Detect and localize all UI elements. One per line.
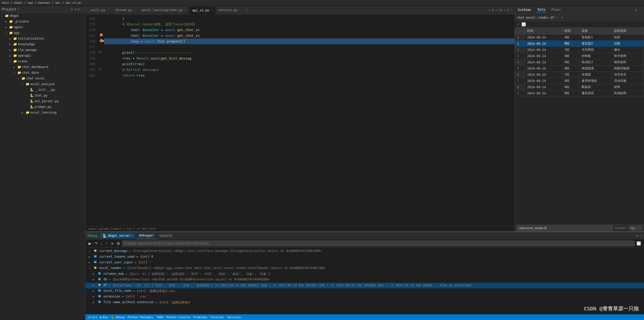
df-table-row[interactable]: 42024-09-24D组电动机3轴承损坏 [515,59,644,65]
sidebar-item-prompt-py[interactable]: ▶ 🐍 prompt.py [0,104,85,110]
debug-session[interactable]: 🐍 dbgpt_server × [100,233,135,238]
debug-settings-icon[interactable]: ⚙ [637,234,639,237]
df-table-row[interactable]: 32024-09-24A组控制板软件故障 [515,53,644,59]
df-add-icon[interactable]: + [561,16,563,20]
debug-var-df[interactable]: ▶ ■ df = {DataFrame: (10, 4)} ['时间', '机组… [85,283,644,288]
expand-icon[interactable]: ▶ [93,289,96,292]
code-editor[interactable]: ) # 有excel_reader参数, 读取了excel的内容 chat: B… [104,15,514,226]
tab-utils[interactable]: _utils.py × [85,6,112,15]
debug-var-extension[interactable]: ▶ ■ extension = {str} '.csv' [85,294,644,300]
tab-close-icon[interactable]: × [211,9,212,12]
status-py-console[interactable]: Python Console [166,316,190,319]
close-session-icon[interactable]: × [131,234,133,237]
debug-var-user-input[interactable]: ▶ ■ current_user_input = {str} '' [85,260,644,266]
sidebar-item-excel-analyze[interactable]: ▾ 📁 excel_analyze [0,81,85,87]
debug-var-excel-reader[interactable]: ▾ ■ excel_reader = {ExcelReader} <dbgpt.… [85,266,644,271]
df-table-row[interactable]: 62024-09-24C组传感器信号失失 [515,72,644,78]
step-out-btn[interactable]: ↑ [105,241,109,246]
debug-tab-debugger[interactable]: Debugger [137,232,157,239]
df-close-icon[interactable]: × [556,16,558,19]
status-todo[interactable]: TODO [156,316,163,319]
status-git[interactable]: ⎇ Git [88,316,97,319]
expand-icon[interactable]: ▶ [93,300,96,304]
status-services[interactable]: Services [227,316,241,319]
debug-tab-console[interactable]: Console [157,232,175,239]
debug-var-columns-map[interactable]: ▶ ■ columns_map = {dict: 4} {'故障原因': '故障… [85,271,644,277]
expand-icon[interactable]: ▶ [89,261,92,264]
df-table-row[interactable]: 22024-09-24C组冷却系统漏水 [515,47,644,53]
sidebar-item-out-parser-py[interactable]: ▶ 🐍 out_parser.py [0,98,85,104]
debug-var-file-name-no-ext[interactable]: ▶ ■ file_name_without_extension = {str} … [85,300,644,306]
debug-var-db[interactable]: ▶ ■ db = {DuckDBPyConnection} <duckdb.du… [85,277,644,283]
expand-icon[interactable]: ▶ [93,283,96,287]
expand-icon[interactable]: ▾ [89,266,92,270]
sidebar-item-chat-py[interactable]: ▶ 🐍 chat.py [0,93,85,98]
df-table-row[interactable]: 82024-09-24D组断路器跳闸 [515,84,644,90]
expand-icon[interactable]: ▶ [93,278,96,281]
sidebar-icon-4[interactable]: − [81,8,83,11]
df-table-row[interactable]: 52024-09-24B组电缆线束绝缘层破损 [515,65,644,72]
col-header-device[interactable]: 设备 [579,28,612,34]
sidebar-icon-2[interactable]: ≡ [74,8,76,11]
sidebar-item-chat-data[interactable]: ▾ 📁 chat_data [0,70,85,76]
sidebar-item-app[interactable]: ▾ 📁 app [0,30,85,36]
sciview-tab-data[interactable]: Data [536,7,547,12]
df-table-row[interactable]: 12024-09-24B组变压器2过热 [515,41,644,47]
col-header-group[interactable]: 机组 [562,28,579,34]
debug-var-current-message[interactable]: ▾ ■ current_message = {StorageConversati… [85,249,644,254]
sidebar-item-openapi[interactable]: ▶ 📁 openapi [0,53,85,58]
step-into-btn[interactable]: ↓ [100,241,104,246]
expand-icon[interactable]: ▶ [89,255,92,258]
sidebar-item-scene[interactable]: ▾ 📁 scene [0,58,85,64]
expand-debugger-btn[interactable]: ⬜ [635,241,642,246]
status-problems[interactable]: Problems [194,316,207,319]
sidebar-item-dbgpt[interactable]: ▾ 📁 dbgpt [0,13,85,19]
resume-btn[interactable]: ▶ [88,241,92,246]
expand-icon[interactable]: ▶ [93,272,96,275]
status-py-packages[interactable]: Python Packages [128,316,153,319]
tab-close-icon[interactable]: × [239,9,240,12]
col-header-time[interactable]: 时间 [525,28,562,34]
format-input[interactable] [629,226,642,230]
status-debug[interactable]: 🐛 Debug [111,316,124,319]
expand-icon[interactable]: ⌃ [511,8,512,12]
expand-icon[interactable]: ▶ [93,295,96,298]
step-over-btn[interactable]: ↷ [94,241,99,246]
df-table-row[interactable]: 72024-09-24A组备用发电机启动失败 [515,78,644,84]
expand-icon[interactable]: ▾ [89,249,92,252]
sidebar-item-init-py[interactable]: ▶ 🐍 __init__.py [0,87,85,93]
sidebar-item-llm-manage[interactable]: ▶ 📁 llm_manage [0,47,85,53]
status-run[interactable]: ▶ Run [100,316,108,319]
df-table-container[interactable]: 时间 机组 设备 故障原因 02024-09-24A组发电机1短路12024-0… [515,27,644,224]
sidebar-item-chat-excel[interactable]: ▾ 📁 chat excel [0,76,85,81]
sidebar-item-agent[interactable]: ▶ 📁 agent [0,24,85,30]
sidebar-item-private[interactable]: ▶ 📁 _private [0,19,85,24]
sciview-minimize-icon[interactable]: − [639,8,641,12]
status-terminal[interactable]: Terminal [210,316,224,319]
more-tabs-btn[interactable]: ⋯ [244,8,250,12]
debug-var-tokens[interactable]: ▶ ■ current_tokens_used = {int} 0 [85,254,644,260]
sidebar-dropdown-icon[interactable]: ▾ [18,8,20,11]
breakpoint-dot-275[interactable] [100,33,103,36]
debug-minimize-icon[interactable]: − [640,234,642,237]
sidebar-icon-3[interactable]: ⚙ [78,8,80,11]
copy-icon[interactable]: ⬜ [521,22,526,26]
sidebar-item-initialization[interactable]: ▶ 📁 initialization [0,36,85,41]
sciview-settings-icon[interactable]: ⚙ [635,8,637,12]
df-table-row[interactable]: 02024-09-24A组发电机1短路 [515,34,644,41]
expand-icon[interactable]: ⤢ [517,22,520,26]
eval-btn[interactable]: ⊞ [116,241,121,246]
tab-service[interactable]: service.py × [216,6,244,15]
tab-close-icon[interactable]: × [184,9,186,12]
eval-input[interactable] [122,241,634,246]
sidebar-icon-1[interactable]: ⊕ [71,8,73,11]
tab-close-icon[interactable]: × [133,9,135,12]
col-header-fault[interactable]: 故障原因 [612,28,644,34]
tab-api-v1[interactable]: api_v1.py × [189,6,216,15]
run-to-cursor-btn[interactable]: ↠ [110,241,115,246]
sciview-tab-plots[interactable]: Plots [550,8,562,12]
tab-excel-chat[interactable]: excel_learning\chat.py × [138,6,189,15]
debug-var-excel-file-name[interactable]: ▶ ■ excel_file_name = {str} '故障记录表2.csv' [85,288,644,294]
sidebar-item-excel-learning[interactable]: ▶ 📁 excel_learning [0,110,85,115]
tab-thread[interactable]: thread.py × [112,6,138,15]
